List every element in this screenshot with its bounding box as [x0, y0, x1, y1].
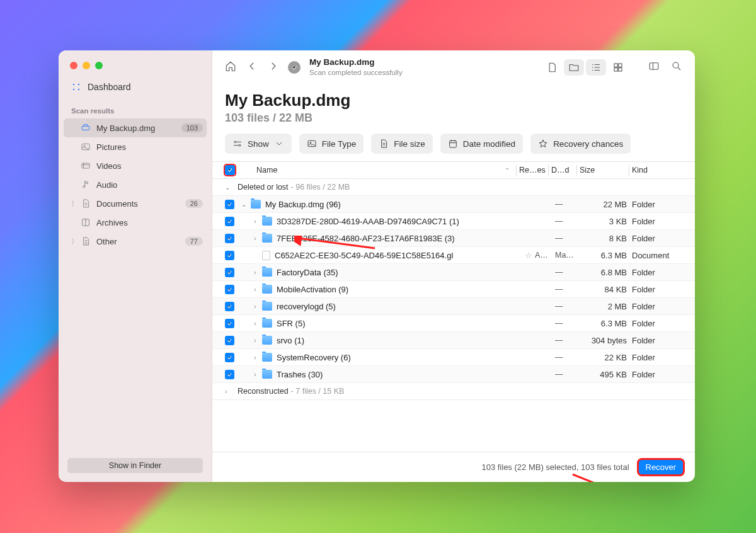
row-name: 7FEBC25E-4582-4680-AF23-E17A6F81983E (3)	[277, 234, 525, 243]
table-group[interactable]: ⌄Deleted or lost - 96 files / 22 MB	[212, 179, 695, 196]
sidebar-item-videos[interactable]: 〉Videos	[59, 156, 212, 175]
view-grid-icon[interactable]	[608, 59, 628, 76]
expand-icon[interactable]: ›	[251, 303, 260, 310]
row-size: 84 KB	[581, 285, 632, 294]
table-row[interactable]: C652AE2C-EE30-5C49-AD46-59E1C58E5164.gl☆…	[212, 247, 695, 264]
row-name: SystemRecovery (6)	[277, 353, 525, 362]
col-name[interactable]: Name	[244, 166, 505, 175]
sidebar-toggle-icon[interactable]	[648, 60, 660, 74]
close-window[interactable]	[70, 62, 77, 69]
folder-icon	[262, 234, 272, 243]
row-date: —	[555, 217, 581, 226]
table-row[interactable]: ›3D3287DE-280D-4619-AAAB-D97469CA9C71 (1…	[212, 213, 695, 230]
minimize-window[interactable]	[83, 62, 90, 69]
table-row[interactable]: ›SFR (5)—6.3 MBFolder	[212, 315, 695, 332]
expand-icon[interactable]: ›	[251, 371, 260, 378]
folder-icon	[262, 370, 272, 379]
expand-icon[interactable]: ›	[251, 354, 260, 361]
row-name: FactoryData (35)	[277, 268, 525, 277]
svg-rect-9	[619, 68, 622, 71]
svg-rect-6	[614, 64, 617, 67]
row-size: 6.3 MB	[581, 319, 632, 328]
table-row[interactable]: ›srvo (1)—304 bytesFolder	[212, 332, 695, 349]
select-all-checkbox[interactable]	[225, 165, 235, 175]
svg-rect-8	[614, 68, 617, 71]
toolbar-title-block: My Backup.dmg Scan completed successfull…	[309, 57, 403, 77]
row-checkbox[interactable]	[225, 285, 234, 294]
sort-indicator-icon: ⌃	[505, 167, 510, 174]
page-subtitle: 103 files / 22 MB	[225, 112, 682, 125]
svg-rect-10	[650, 63, 658, 70]
sidebar: Dashboard Scan results 〉My Backup.dmg103…	[59, 50, 212, 482]
nav-forward-icon[interactable]	[268, 60, 279, 74]
row-name: recoverylogd (5)	[277, 302, 525, 311]
svg-point-12	[234, 141, 236, 143]
row-checkbox[interactable]	[225, 370, 234, 379]
row-checkbox[interactable]	[225, 302, 234, 311]
filter-show[interactable]: Show	[225, 134, 292, 154]
row-kind: Folder	[632, 319, 682, 328]
sidebar-item-archives[interactable]: 〉Archives	[59, 213, 212, 232]
row-checkbox[interactable]	[225, 336, 234, 345]
filter-recovery-chances[interactable]: Recovery chances	[530, 134, 631, 154]
other-icon	[80, 236, 91, 246]
nav-back-icon[interactable]	[246, 60, 258, 74]
show-in-finder-button[interactable]: Show in Finder	[67, 458, 203, 473]
view-doc-icon[interactable]	[542, 59, 562, 76]
table-group[interactable]: ›Reconstructed - 7 files / 15 KB	[212, 383, 695, 400]
row-checkbox[interactable]	[225, 353, 234, 362]
row-checkbox[interactable]	[225, 234, 234, 243]
row-checkbox[interactable]	[225, 268, 234, 277]
expand-icon[interactable]: ›	[251, 218, 260, 225]
view-folder-icon[interactable]	[564, 59, 584, 76]
sidebar-badge: 103	[181, 123, 203, 132]
home-icon[interactable]	[225, 60, 236, 74]
chevron-right-icon: 〉	[71, 237, 79, 246]
col-kind[interactable]: Kind	[632, 166, 682, 175]
table-row[interactable]: ›MobileActivation (9)—84 KBFolder	[212, 281, 695, 298]
expand-icon[interactable]: ›	[251, 269, 260, 276]
row-checkbox[interactable]	[225, 200, 234, 209]
row-date: —	[555, 353, 581, 362]
dashboard-link[interactable]: Dashboard	[59, 69, 212, 92]
row-checkbox[interactable]	[225, 251, 234, 260]
fullscreen-window[interactable]	[95, 62, 103, 69]
col-recovery-chances[interactable]: Re…es	[519, 166, 549, 175]
filter-date-modified[interactable]: Date modified	[440, 134, 523, 154]
expand-icon[interactable]: ›	[251, 320, 260, 327]
row-checkbox[interactable]	[225, 217, 234, 226]
view-list-icon[interactable]	[586, 59, 606, 76]
expand-icon[interactable]: ›	[251, 235, 260, 242]
table-row[interactable]: ›FactoryData (35)—6.8 MBFolder	[212, 264, 695, 281]
folder-icon	[262, 268, 272, 277]
svg-point-4	[83, 186, 85, 188]
expand-icon[interactable]: ›	[251, 337, 260, 344]
filter-file-type[interactable]: File Type	[299, 134, 364, 154]
folder-icon	[262, 319, 272, 328]
filter-file-size[interactable]: File size	[371, 134, 433, 154]
sidebar-badge: 77	[185, 237, 203, 246]
table-row[interactable]: ›recoverylogd (5)—2 MBFolder	[212, 298, 695, 315]
expand-icon[interactable]: ›	[251, 286, 260, 293]
sidebar-item-documents[interactable]: 〉Documents26	[59, 194, 212, 213]
svg-rect-3	[82, 163, 89, 168]
row-size: 2 MB	[581, 302, 632, 311]
col-size[interactable]: Size	[580, 166, 630, 175]
table-row[interactable]: ›SystemRecovery (6)—22 KBFolder	[212, 349, 695, 366]
sidebar-item-my-backup-dmg[interactable]: 〉My Backup.dmg103	[64, 118, 207, 137]
search-icon[interactable]	[671, 60, 682, 74]
row-name: My Backup.dmg (96)	[265, 200, 525, 209]
recover-button[interactable]: Recover	[638, 459, 684, 475]
sidebar-item-audio[interactable]: 〉Audio	[59, 175, 212, 194]
row-name: SFR (5)	[277, 319, 525, 328]
sidebar-item-other[interactable]: 〉Other77	[59, 232, 212, 251]
col-date[interactable]: D…d	[551, 166, 578, 175]
table-row[interactable]: ⌄My Backup.dmg (96)—22 MBFolder	[212, 196, 695, 213]
row-size: 3 KB	[581, 217, 632, 226]
table-row[interactable]: ›Trashes (30)—495 KBFolder	[212, 366, 695, 383]
table-row[interactable]: ›7FEBC25E-4582-4680-AF23-E17A6F81983E (3…	[212, 230, 695, 247]
expand-icon[interactable]: ⌄	[239, 201, 248, 208]
sidebar-item-label: Other	[96, 237, 117, 246]
row-checkbox[interactable]	[225, 319, 234, 328]
sidebar-item-pictures[interactable]: 〉Pictures	[59, 137, 212, 156]
